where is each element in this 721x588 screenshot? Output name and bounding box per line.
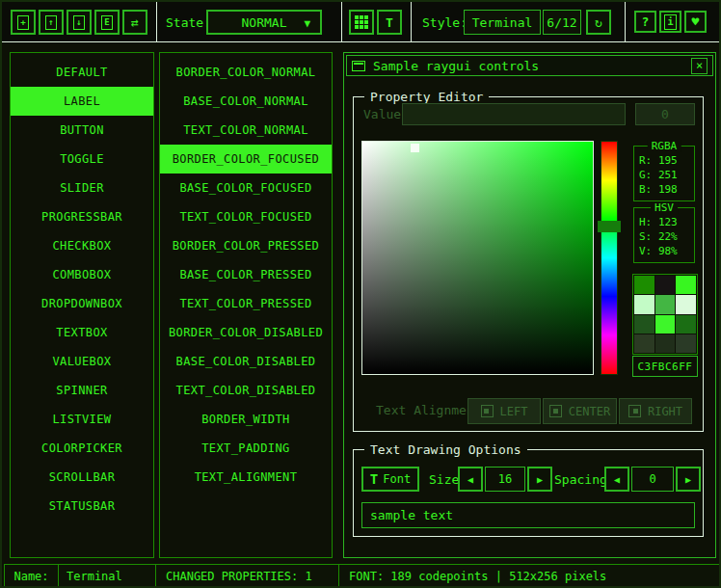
list-item-combobox[interactable]: COMBOBOX	[11, 260, 153, 289]
list-item-statusbar[interactable]: STATUSBAR	[11, 492, 153, 521]
palette-swatch[interactable]	[676, 334, 696, 353]
list-item-default[interactable]: DEFAULT	[11, 58, 153, 87]
list-item-property[interactable]: BASE_COLOR_FOCUSED	[160, 174, 332, 202]
palette-swatch[interactable]	[655, 334, 676, 353]
controls-list: DEFAULT LABEL BUTTON TOGGLE SLIDER PROGR…	[10, 52, 154, 558]
align-center-button[interactable]: CENTER	[543, 398, 617, 424]
help-button[interactable]: ?	[634, 11, 656, 33]
palette-swatch[interactable]	[655, 295, 676, 313]
list-item-property[interactable]: BASE_COLOR_NORMAL	[160, 87, 332, 116]
list-item-property[interactable]: TEXT_COLOR_PRESSED	[160, 289, 332, 318]
list-item-textbox[interactable]: TEXTBOX	[11, 318, 153, 347]
size-increase-button[interactable]: ▶	[527, 467, 552, 492]
list-item-checkbox[interactable]: CHECKBOX	[11, 231, 153, 260]
arrow-left-icon: ◀	[614, 474, 620, 485]
sample-text-input[interactable]: sample text	[361, 502, 695, 528]
sponsor-button[interactable]: ♥	[684, 11, 707, 33]
palette-swatch[interactable]	[634, 295, 654, 313]
font-info-text: FONT: 189 codepoints | 512x256 pixels	[349, 570, 606, 583]
palette-swatch[interactable]	[676, 295, 696, 313]
align-center-icon	[549, 405, 562, 417]
align-left-button[interactable]: LEFT	[467, 398, 541, 424]
align-center-text: CENTER	[569, 405, 610, 418]
palette-swatch[interactable]	[634, 276, 654, 294]
palette-swatch[interactable]	[655, 276, 676, 294]
list-item-property[interactable]: TEXT_ALIGNMENT	[160, 463, 332, 492]
list-item-dropdownbox[interactable]: DROPDOWNBOX	[11, 289, 153, 318]
palette-swatch[interactable]	[655, 315, 676, 334]
new-style-button[interactable]: +	[11, 10, 36, 35]
style-name: Terminal	[472, 15, 533, 30]
toolbar-separator	[625, 2, 626, 41]
list-item-property[interactable]: BORDER_COLOR_PRESSED	[160, 231, 332, 260]
spacing-increase-button[interactable]: ▶	[676, 467, 701, 492]
palette-swatch[interactable]	[676, 276, 696, 294]
sample-text-value: sample text	[370, 508, 453, 522]
list-item-property[interactable]: TEXT_COLOR_NORMAL	[160, 116, 332, 145]
list-item-button[interactable]: BUTTON	[11, 116, 153, 145]
spacing-value-box[interactable]: 0	[631, 467, 674, 492]
export-style-button[interactable]: E	[94, 10, 120, 35]
reload-style-button[interactable]: ↻	[586, 10, 611, 35]
palette-swatch[interactable]	[676, 315, 696, 334]
palette-swatch[interactable]	[634, 334, 654, 353]
randomize-style-button[interactable]: ⇄	[122, 10, 147, 35]
list-item-toggle[interactable]: TOGGLE	[11, 145, 153, 174]
list-item-scrollbar[interactable]: SCROLLBAR	[11, 463, 153, 492]
state-value: NORMAL	[242, 15, 287, 30]
value-slider[interactable]	[402, 103, 626, 125]
reload-icon: ↻	[595, 15, 602, 30]
font-editor-button[interactable]: T	[377, 10, 402, 35]
list-item-property[interactable]: BASE_COLOR_PRESSED	[160, 260, 332, 289]
color-picker-panel[interactable]	[361, 141, 594, 375]
spacing-value: 0	[649, 472, 655, 486]
export-file-icon: E	[101, 15, 113, 30]
toolbar-separator	[341, 2, 342, 41]
hue-cursor[interactable]	[598, 221, 621, 232]
palette-swatch[interactable]	[634, 315, 654, 334]
hue-bar[interactable]	[601, 141, 618, 375]
style-name-box[interactable]: Terminal	[464, 10, 541, 35]
list-item-slider[interactable]: SLIDER	[11, 174, 153, 202]
list-item-property[interactable]: TEXT_COLOR_DISABLED	[160, 376, 332, 405]
list-item-progressbar[interactable]: PROGRESSBAR	[11, 202, 153, 231]
size-decrease-button[interactable]: ◀	[458, 467, 483, 492]
hex-value-box[interactable]: C3FBC6FF	[632, 356, 698, 377]
changed-properties-text: CHANGED PROPERTIES: 1	[166, 570, 312, 583]
about-button[interactable]: i	[659, 11, 681, 33]
list-item-colorpicker[interactable]: COLORPICKER	[11, 434, 153, 463]
info-icon: i	[664, 14, 677, 30]
state-dropdown[interactable]: NORMAL ▼	[206, 10, 322, 35]
hsv-box: HSV H: 123 S: 22% V: 98%	[633, 207, 695, 263]
arrow-right-icon: ▶	[537, 474, 543, 485]
list-item-property[interactable]: TEXT_COLOR_FOCUSED	[160, 202, 332, 231]
list-item-property[interactable]: BORDER_WIDTH	[160, 405, 332, 434]
hsv-row-v: V: 98%	[639, 244, 694, 258]
list-item-property[interactable]: BASE_COLOR_DISABLED	[160, 347, 332, 376]
value-box-text: 0	[661, 107, 669, 121]
value-box[interactable]: 0	[635, 103, 695, 125]
size-value-box[interactable]: 16	[485, 467, 525, 492]
load-style-button[interactable]: ↑	[39, 10, 64, 35]
color-picker-cursor[interactable]	[411, 144, 419, 152]
state-label: State:	[166, 2, 211, 42]
list-item-property[interactable]: TEXT_PADDING	[160, 434, 332, 463]
align-right-button[interactable]: RIGHT	[619, 398, 692, 424]
list-item-property-selected[interactable]: BORDER_COLOR_FOCUSED	[160, 145, 332, 174]
spacing-decrease-button[interactable]: ◀	[604, 467, 629, 492]
font-button[interactable]: T Font	[361, 467, 419, 492]
align-right-text: RIGHT	[648, 405, 682, 418]
list-item-property[interactable]: BORDER_COLOR_NORMAL	[160, 58, 332, 87]
list-item-valuebox[interactable]: VALUEBOX	[11, 347, 153, 376]
list-item-listview[interactable]: LISTVIEW	[11, 405, 153, 434]
toggle-grid-button[interactable]	[349, 10, 374, 35]
list-item-label[interactable]: LABEL	[11, 87, 153, 116]
list-item-property[interactable]: BORDER_COLOR_DISABLED	[160, 318, 332, 347]
rgba-row-r: R: 195	[639, 153, 694, 168]
save-style-button[interactable]: ↓	[67, 10, 92, 35]
list-item-spinner[interactable]: SPINNER	[11, 376, 153, 405]
statusbar-name-label: Name:	[4, 564, 59, 588]
align-right-icon	[628, 405, 641, 417]
close-button[interactable]: ×	[691, 58, 708, 74]
window-titlebar[interactable]: Sample raygui controls ×	[346, 55, 713, 76]
